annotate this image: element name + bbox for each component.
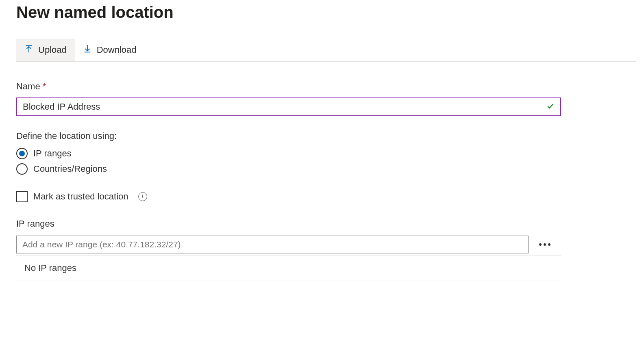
define-location-label: Define the location using:: [16, 131, 561, 141]
name-label-text: Name: [16, 81, 40, 92]
toolbar-btn-label: Upload: [38, 45, 67, 55]
ellipsis-icon: [544, 243, 546, 246]
info-icon[interactable]: i: [138, 192, 147, 201]
name-label: Name *: [16, 81, 561, 92]
radio-label: IP ranges: [33, 148, 72, 159]
download-icon: [83, 44, 92, 56]
more-options-button[interactable]: [537, 241, 553, 248]
trusted-location-row: Mark as trusted location i: [16, 191, 561, 202]
ip-ranges-list: No IP ranges: [16, 255, 561, 281]
upload-button[interactable]: Upload: [16, 39, 75, 61]
trusted-location-checkbox[interactable]: [16, 191, 28, 202]
page-title: New named location: [16, 3, 636, 22]
radio-icon: [16, 148, 28, 159]
name-field-wrapper: [16, 97, 561, 116]
ellipsis-icon: [548, 243, 550, 246]
ip-ranges-label: IP ranges: [16, 219, 561, 229]
ip-ranges-empty-message: No IP ranges: [16, 255, 561, 281]
name-input[interactable]: [23, 98, 546, 115]
trusted-location-label: Mark as trusted location: [33, 191, 128, 202]
upload-icon: [24, 44, 33, 56]
radio-label: Countries/Regions: [33, 164, 107, 174]
radio-countries-regions[interactable]: Countries/Regions: [16, 163, 561, 175]
location-type-radio-group: IP ranges Countries/Regions: [16, 148, 561, 175]
checkmark-icon: [546, 102, 555, 112]
radio-ip-ranges[interactable]: IP ranges: [16, 148, 561, 159]
ip-range-input[interactable]: [16, 236, 529, 253]
toolbar: Upload Download: [16, 39, 636, 62]
ellipsis-icon: [539, 243, 542, 246]
required-asterisk: *: [43, 81, 46, 92]
toolbar-btn-label: Download: [97, 45, 137, 55]
radio-icon: [16, 163, 28, 175]
download-button[interactable]: Download: [75, 39, 145, 61]
